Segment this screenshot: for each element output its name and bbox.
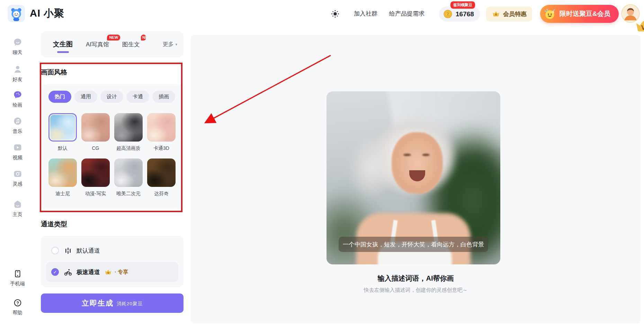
style-chip-illustration[interactable]: 插画: [152, 91, 175, 103]
style-thumbnail: [147, 113, 176, 142]
style-chip-general[interactable]: 通用: [74, 91, 97, 103]
style-option-uhd[interactable]: 超高清画质: [114, 113, 143, 152]
theme-toggle-sun-icon[interactable]: [331, 9, 340, 18]
channel-option-label: 极速通道: [77, 268, 100, 276]
style-thumbnail-label: 迪士尼: [55, 191, 70, 197]
style-option-anime-real[interactable]: 动漫-写实: [81, 159, 110, 197]
style-picker-card: 热门通用设计卡通插画动漫 默认CG超高清画质卡通3D迪士尼动漫-写实唯美二次元达…: [41, 84, 184, 209]
video-icon: [13, 143, 23, 152]
checked-radio-icon[interactable]: ✓: [51, 268, 59, 276]
bean-mascot-icon: [543, 7, 557, 21]
nav-join-community[interactable]: 加入社群: [354, 10, 377, 18]
sidebar-item-label: 主页: [13, 211, 23, 218]
svg-text:?: ?: [16, 301, 19, 306]
generation-canvas: 一个中国女孩，短发，开怀大笑，看向远方，白色背景 输入描述词语，AI帮你画 快去…: [191, 35, 641, 324]
sidebar-item-label: 绘画: [13, 102, 23, 108]
sidebar-item-label: 手机端: [10, 281, 25, 287]
app-root: AI 小聚 加入社群 给产品提需求: [0, 0, 644, 326]
app-logo[interactable]: AI 小聚: [8, 5, 64, 22]
sidebar-item-label: 音乐: [13, 128, 23, 135]
style-option-cg[interactable]: CG: [81, 113, 110, 152]
signin-reward-badge[interactable]: 签到领聚豆: [450, 1, 475, 9]
phone-icon: [13, 269, 22, 278]
user-avatar[interactable]: V: [621, 4, 640, 23]
nav-product-feedback[interactable]: 给产品提需求: [389, 10, 424, 18]
sidebar-item-label: 好友: [13, 76, 23, 83]
tab-label: 图生文: [122, 40, 140, 48]
style-thumbnail-label: 卡通3D: [153, 145, 169, 152]
crown-v-icon: V: [492, 10, 500, 18]
chevron-down-icon: ▾: [175, 42, 177, 47]
style-option-davinci[interactable]: 达芬奇: [147, 159, 176, 197]
example-prompt-caption: 一个中国女孩，短发，开怀大笑，看向远方，白色背景: [339, 237, 488, 252]
style-thumbnail: [48, 113, 77, 142]
limited-time-promo-button[interactable]: 限时送聚豆&会员: [540, 5, 619, 23]
empty-state-title: 输入描述词语，AI帮你画: [191, 274, 641, 283]
new-badge: NEW: [141, 35, 146, 40]
left-control-panel: 文生图AI写真馆NEW图生文NEW更多▾ 画面风格 热门通用设计卡通插画动漫 默…: [41, 31, 184, 313]
tabs-scroll-fade: [145, 31, 160, 57]
sidebar-item-help[interactable]: ?帮助: [0, 298, 35, 316]
style-chip-cartoon[interactable]: 卡通: [126, 91, 149, 103]
tab-more[interactable]: 更多▾: [162, 31, 177, 57]
sidebar-item-chat[interactable]: 聊天: [0, 37, 35, 56]
style-option-disney[interactable]: 迪士尼: [48, 159, 77, 197]
sidebar: 聊天好友绘画音乐视频灵感主页手机端?帮助: [0, 28, 35, 326]
sidebar-item-inspiration[interactable]: 灵感: [0, 169, 35, 187]
style-option-default[interactable]: 默认: [48, 113, 77, 152]
style-thumbnail: [81, 113, 110, 142]
sidebar-item-label: 视频: [13, 155, 23, 161]
chat-icon: [13, 37, 23, 47]
mascot-logo-icon: [8, 5, 25, 22]
coin-balance-value: 16768: [456, 10, 474, 18]
style-thumbnail: [81, 159, 110, 187]
style-thumbnail-label: 超高清画质: [116, 145, 141, 152]
svg-text:V: V: [495, 13, 497, 16]
sidebar-item-music[interactable]: 音乐: [0, 116, 35, 135]
music-icon: [13, 116, 23, 126]
vip-special-label: 会员特惠: [503, 10, 527, 18]
channel-section-title: 通道类型: [41, 220, 184, 229]
coin-balance[interactable]: 16768: [439, 7, 480, 21]
vip-special-button[interactable]: V 会员特惠: [486, 7, 532, 21]
tab-text2img[interactable]: 文生图: [53, 31, 73, 57]
style-thumbnail: [147, 159, 176, 187]
home-icon: [13, 199, 23, 209]
tab-label: 文生图: [53, 40, 73, 49]
sidebar-item-label: 聊天: [13, 49, 23, 56]
channel-option-default-channel[interactable]: 默认通道: [46, 243, 178, 259]
unchecked-radio-icon[interactable]: [51, 247, 59, 254]
avatar-vip-badge-icon: V: [634, 17, 641, 23]
top-bar: AI 小聚 加入社群 给产品提需求: [0, 0, 644, 28]
style-option-cartoon3d[interactable]: 卡通3D: [147, 113, 176, 152]
style-thumbnail-label: 动漫-写实: [85, 191, 106, 197]
sidebar-item-draw[interactable]: 绘画: [0, 90, 35, 108]
help-icon: ?: [13, 298, 22, 307]
style-thumbnail: [114, 159, 143, 187]
tab-img2text[interactable]: 图生文NEW: [122, 31, 140, 57]
style-thumbnail-label: 唯美二次元: [116, 191, 141, 197]
cyclist-icon: [64, 268, 72, 277]
sliders-icon: [64, 246, 72, 255]
svg-text:V: V: [641, 24, 644, 31]
new-badge: NEW: [107, 35, 120, 40]
channel-option-speed-channel[interactable]: ✓极速通道V· 专享: [46, 262, 178, 282]
app-title: AI 小聚: [30, 7, 64, 20]
example-image: 一个中国女孩，短发，开怀大笑，看向远方，白色背景: [327, 91, 500, 264]
generate-button[interactable]: 立即生成 消耗20聚豆: [41, 293, 184, 313]
paint-icon: [13, 90, 23, 100]
style-option-aesthetic-2d[interactable]: 唯美二次元: [114, 159, 143, 197]
tab-label: AI写真馆: [86, 40, 109, 48]
style-chip-hot[interactable]: 热门: [48, 91, 71, 103]
sidebar-item-friends[interactable]: 好友: [0, 64, 35, 83]
style-thumbnail-grid: 默认CG超高清画质卡通3D迪士尼动漫-写实唯美二次元达芬奇: [48, 113, 184, 197]
style-thumbnail: [114, 113, 143, 142]
style-chip-design[interactable]: 设计: [100, 91, 123, 103]
style-category-chips: 热门通用设计卡通插画动漫: [48, 91, 184, 103]
sidebar-item-mobile[interactable]: 手机端: [0, 269, 35, 287]
sidebar-item-home[interactable]: 主页: [0, 199, 35, 218]
sidebar-item-video[interactable]: 视频: [0, 143, 35, 161]
tab-ai-photo[interactable]: AI写真馆NEW: [86, 31, 109, 57]
channel-option-label: 默认通道: [77, 247, 100, 255]
crown-v-icon: V: [104, 268, 112, 276]
